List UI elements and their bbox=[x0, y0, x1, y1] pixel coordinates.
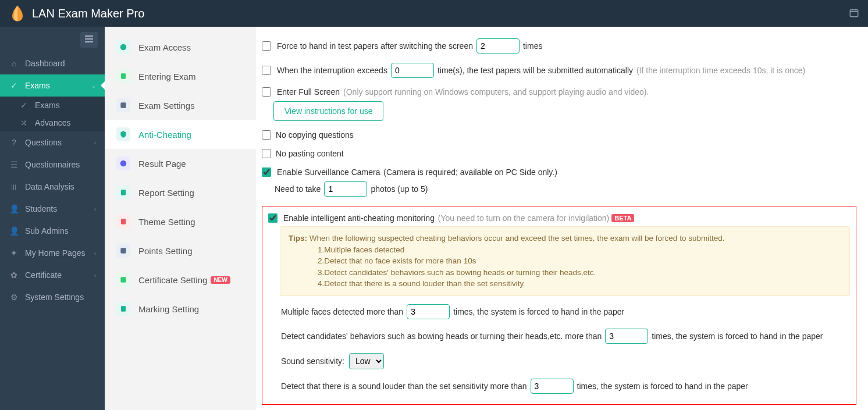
nav-my-home-pages[interactable]: ✦ My Home Pages ‹ bbox=[0, 242, 105, 264]
chart-icon: ⫼ bbox=[9, 182, 19, 191]
tab-anti-cheating[interactable]: Anti-Cheating bbox=[105, 120, 256, 149]
nav-exams-submenu: ✓ Exams ⤮ Advances bbox=[0, 97, 105, 131]
intelligent-monitoring-box: Enable intelligent anti-cheating monitor… bbox=[262, 206, 856, 405]
nav-questions[interactable]: ? Questions ‹ bbox=[0, 131, 105, 154]
nav-label: Sub Admins bbox=[25, 226, 69, 236]
sidebar-toggle-button[interactable] bbox=[80, 32, 98, 48]
svg-rect-0 bbox=[850, 9, 858, 16]
tab-points-setting[interactable]: Points Setting bbox=[105, 236, 256, 265]
nav-label: Exams bbox=[25, 81, 50, 90]
settings-icon bbox=[116, 98, 130, 112]
svg-rect-9 bbox=[121, 219, 126, 224]
tab-exam-settings[interactable]: Exam Settings bbox=[105, 91, 256, 120]
tab-certificate-setting[interactable]: Certificate Setting NEW bbox=[105, 265, 256, 294]
tab-label: Marking Setting bbox=[138, 304, 199, 314]
chevron-left-icon: ‹ bbox=[94, 250, 96, 256]
tab-report-setting[interactable]: Report Setting bbox=[105, 178, 256, 207]
tab-marking-setting[interactable]: Marking Setting bbox=[105, 294, 256, 323]
points-icon bbox=[116, 244, 130, 258]
checkbox-interruption[interactable] bbox=[262, 66, 271, 75]
svg-rect-8 bbox=[121, 190, 126, 195]
nav-sub-admins[interactable]: 👤 Sub Admins bbox=[0, 220, 105, 242]
nav-data-analysis[interactable]: ⫼ Data Analysis bbox=[0, 176, 105, 198]
tab-result-page[interactable]: Result Page bbox=[105, 149, 256, 178]
tab-label: Theme Setting bbox=[138, 217, 195, 227]
checkbox-no-paste[interactable] bbox=[262, 149, 271, 158]
row-multiple-faces: Multiple faces detected more than times,… bbox=[268, 304, 850, 319]
access-icon bbox=[116, 40, 130, 54]
label-need-take: Need to take bbox=[275, 184, 321, 194]
shuffle-icon: ⤮ bbox=[19, 118, 29, 127]
nav-label: Questionnaires bbox=[25, 160, 80, 169]
chevron-down-icon: ⌄ bbox=[91, 83, 96, 89]
check-icon: ✓ bbox=[19, 101, 29, 110]
settings-content: Force to hand in test papers after switc… bbox=[256, 27, 868, 410]
nav-label: Students bbox=[25, 204, 57, 213]
tip-item: 1.Multiple faces detected bbox=[318, 244, 841, 256]
settings-sidebar: Exam Access Entering Exam Exam Settings … bbox=[105, 27, 256, 410]
result-icon bbox=[116, 156, 130, 170]
tab-entering-exam[interactable]: Entering Exam bbox=[105, 62, 256, 91]
tip-item: 4.Detect that there is a sound louder th… bbox=[318, 278, 841, 290]
user-icon: 👤 bbox=[9, 204, 19, 213]
chevron-left-icon: ‹ bbox=[94, 206, 96, 212]
nav-dashboard[interactable]: ⌂ Dashboard bbox=[0, 52, 105, 74]
checkbox-force-handin[interactable] bbox=[262, 41, 271, 51]
subnav-advances[interactable]: ⤮ Advances bbox=[0, 114, 105, 131]
label-force-handin: Force to hand in test papers after switc… bbox=[277, 41, 473, 51]
row-fullscreen: Enter Full Screen (Only support running … bbox=[262, 87, 856, 97]
nav-questionnaires[interactable]: ☰ Questionnaires bbox=[0, 154, 105, 176]
row-sound: Detect that there is a sound louder than… bbox=[268, 379, 850, 394]
svg-rect-2 bbox=[85, 38, 93, 40]
view-instructions-button[interactable]: View instructions for use bbox=[273, 101, 383, 121]
suffix-force-handin: times bbox=[523, 41, 542, 51]
label-behaviors: Detect candidates' behaviors such as bow… bbox=[281, 331, 602, 341]
nav-students[interactable]: 👤 Students ‹ bbox=[0, 198, 105, 220]
subnav-exams[interactable]: ✓ Exams bbox=[0, 97, 105, 114]
input-behaviors[interactable] bbox=[605, 329, 648, 344]
marking-icon bbox=[116, 302, 130, 316]
gear-icon: ⚙ bbox=[9, 293, 19, 302]
checkbox-no-copy[interactable] bbox=[262, 130, 271, 140]
scheduler-icon[interactable] bbox=[849, 8, 859, 20]
row-camera-photos: Need to take photos (up to 5) bbox=[262, 181, 856, 197]
checkbox-fullscreen[interactable] bbox=[262, 87, 271, 97]
nav-system-settings[interactable]: ⚙ System Settings bbox=[0, 286, 105, 308]
select-sensitivity[interactable]: Low bbox=[349, 353, 384, 369]
input-multiple-faces[interactable] bbox=[407, 304, 450, 319]
tab-exam-access[interactable]: Exam Access bbox=[105, 33, 256, 62]
tips-box: Tips: When the following suspected cheat… bbox=[280, 226, 850, 296]
suffix-multiple-faces: times, the system is forced to hand in t… bbox=[453, 307, 624, 316]
tab-label: Anti-Cheating bbox=[138, 130, 191, 140]
hint-interruption: (If the interruption time exceeds 10s, i… bbox=[636, 66, 805, 75]
checkbox-intelligent[interactable] bbox=[268, 213, 278, 223]
svg-rect-10 bbox=[120, 248, 126, 253]
new-badge: NEW bbox=[211, 276, 230, 284]
suffix-interruption: time(s), the test papers will be submitt… bbox=[437, 66, 633, 75]
tab-theme-setting[interactable]: Theme Setting bbox=[105, 207, 256, 236]
hint-camera: (Camera is required; available on PC Sid… bbox=[383, 167, 557, 177]
star-icon: ✦ bbox=[9, 248, 19, 258]
tips-intro: When the following suspected cheating be… bbox=[310, 234, 725, 243]
beta-badge: BETA bbox=[611, 214, 634, 222]
input-sound[interactable] bbox=[531, 379, 574, 394]
tab-label: Entering Exam bbox=[138, 72, 195, 81]
nav-exams[interactable]: ✓ Exams ⌄ bbox=[0, 74, 105, 97]
nav-certificate[interactable]: ✿ Certificate ‹ bbox=[0, 264, 105, 286]
input-photos[interactable] bbox=[324, 181, 367, 197]
svg-rect-12 bbox=[121, 306, 126, 311]
row-no-copy: No copying questions bbox=[262, 130, 856, 140]
tip-item: 3.Detect candidates' behaviors such as b… bbox=[318, 267, 841, 279]
input-interruption-times[interactable] bbox=[391, 63, 434, 78]
enter-icon bbox=[116, 69, 130, 83]
label-intelligent: Enable intelligent anti-cheating monitor… bbox=[283, 213, 435, 223]
logo-icon bbox=[9, 5, 26, 22]
row-fullscreen-btn: View instructions for use bbox=[262, 101, 856, 121]
svg-rect-5 bbox=[121, 73, 126, 79]
row-sensitivity: Sound sensitivity: Low bbox=[268, 353, 850, 369]
nav-label: Advances bbox=[35, 118, 70, 127]
checkbox-camera[interactable] bbox=[262, 167, 271, 177]
input-force-handin-times[interactable] bbox=[476, 38, 520, 54]
app-header: LAN Exam Maker Pro bbox=[0, 0, 868, 27]
row-intelligent: Enable intelligent anti-cheating monitor… bbox=[268, 213, 850, 223]
